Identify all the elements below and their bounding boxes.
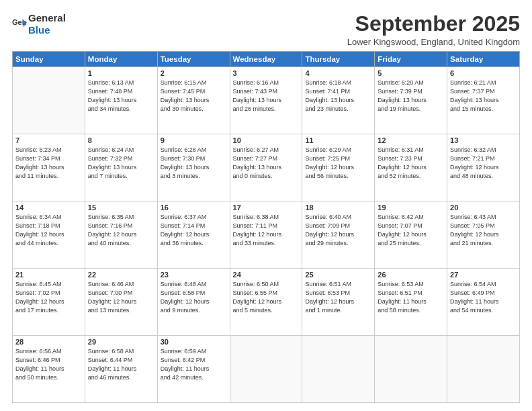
weekday-header: Tuesday: [157, 52, 230, 67]
calendar-cell: 22Sunrise: 6:46 AM Sunset: 7:00 PM Dayli…: [85, 269, 157, 336]
day-number: 4: [305, 69, 371, 77]
calendar-table: SundayMondayTuesdayWednesdayThursdayFrid…: [12, 51, 520, 403]
title-block: September 2025 Lower Kingswood, England,…: [347, 12, 520, 47]
day-info: Sunrise: 6:27 AM Sunset: 7:27 PM Dayligh…: [233, 146, 300, 181]
day-number: 28: [15, 338, 82, 346]
calendar-cell: 6Sunrise: 6:21 AM Sunset: 7:37 PM Daylig…: [447, 67, 520, 134]
calendar-cell: 28Sunrise: 6:56 AM Sunset: 6:46 PM Dayli…: [13, 336, 85, 403]
day-number: 24: [233, 271, 300, 279]
day-info: Sunrise: 6:35 AM Sunset: 7:16 PM Dayligh…: [88, 213, 154, 248]
calendar-cell: 17Sunrise: 6:38 AM Sunset: 7:11 PM Dayli…: [230, 201, 302, 269]
day-number: 12: [378, 136, 444, 144]
weekday-header: Saturday: [447, 52, 520, 67]
day-info: Sunrise: 6:29 AM Sunset: 7:25 PM Dayligh…: [305, 146, 371, 181]
day-info: Sunrise: 6:21 AM Sunset: 7:37 PM Dayligh…: [450, 79, 517, 113]
day-number: 25: [305, 271, 371, 279]
calendar-cell: [230, 336, 302, 403]
weekday-header: Monday: [85, 52, 157, 67]
day-info: Sunrise: 6:26 AM Sunset: 7:30 PM Dayligh…: [161, 146, 227, 181]
calendar-cell: 29Sunrise: 6:58 AM Sunset: 6:44 PM Dayli…: [85, 336, 157, 403]
calendar-week-row: 1Sunrise: 6:13 AM Sunset: 7:48 PM Daylig…: [13, 67, 520, 134]
logo: Gen General Blue: [12, 12, 66, 36]
calendar-cell: [375, 336, 447, 403]
day-number: 19: [378, 203, 444, 212]
day-number: 17: [233, 203, 300, 212]
location-subtitle: Lower Kingswood, England, United Kingdom: [347, 37, 520, 47]
calendar-cell: 14Sunrise: 6:34 AM Sunset: 7:18 PM Dayli…: [13, 201, 85, 269]
day-number: 6: [450, 69, 517, 77]
day-info: Sunrise: 6:24 AM Sunset: 7:32 PM Dayligh…: [88, 146, 154, 181]
day-number: 23: [161, 271, 227, 279]
calendar-cell: 16Sunrise: 6:37 AM Sunset: 7:14 PM Dayli…: [157, 201, 230, 269]
calendar-cell: 18Sunrise: 6:40 AM Sunset: 7:09 PM Dayli…: [302, 201, 375, 269]
day-info: Sunrise: 6:43 AM Sunset: 7:05 PM Dayligh…: [450, 213, 517, 248]
day-number: 11: [305, 136, 371, 144]
calendar-cell: [447, 336, 520, 403]
day-number: 7: [15, 136, 82, 144]
day-number: 30: [161, 338, 227, 346]
calendar-cell: 30Sunrise: 6:59 AM Sunset: 6:42 PM Dayli…: [157, 336, 230, 403]
calendar-cell: 20Sunrise: 6:43 AM Sunset: 7:05 PM Dayli…: [447, 201, 520, 269]
calendar-cell: [302, 336, 375, 403]
day-number: 27: [450, 271, 517, 279]
day-info: Sunrise: 6:42 AM Sunset: 7:07 PM Dayligh…: [378, 213, 444, 248]
day-number: 5: [378, 69, 444, 77]
day-info: Sunrise: 6:59 AM Sunset: 6:42 PM Dayligh…: [161, 347, 227, 382]
day-info: Sunrise: 6:37 AM Sunset: 7:14 PM Dayligh…: [161, 213, 227, 248]
day-number: 2: [161, 69, 227, 77]
calendar-header-row: SundayMondayTuesdayWednesdayThursdayFrid…: [13, 52, 520, 67]
day-info: Sunrise: 6:13 AM Sunset: 7:48 PM Dayligh…: [88, 79, 154, 113]
day-info: Sunrise: 6:53 AM Sunset: 6:51 PM Dayligh…: [378, 280, 444, 315]
day-number: 15: [88, 203, 154, 212]
day-number: 9: [161, 136, 227, 144]
month-title: September 2025: [347, 12, 520, 36]
calendar-week-row: 14Sunrise: 6:34 AM Sunset: 7:18 PM Dayli…: [13, 201, 520, 269]
logo-icon: Gen: [12, 17, 27, 32]
day-info: Sunrise: 6:48 AM Sunset: 6:58 PM Dayligh…: [161, 280, 227, 315]
day-number: 29: [88, 338, 154, 346]
logo-blue: Blue: [28, 24, 50, 36]
calendar-cell: 15Sunrise: 6:35 AM Sunset: 7:16 PM Dayli…: [85, 201, 157, 269]
weekday-header: Wednesday: [230, 52, 302, 67]
day-number: 8: [88, 136, 154, 144]
day-info: Sunrise: 6:45 AM Sunset: 7:02 PM Dayligh…: [15, 280, 82, 315]
day-number: 14: [15, 203, 82, 212]
day-number: 13: [450, 136, 517, 144]
day-info: Sunrise: 6:51 AM Sunset: 6:53 PM Dayligh…: [305, 280, 371, 315]
calendar-cell: 2Sunrise: 6:15 AM Sunset: 7:45 PM Daylig…: [157, 67, 230, 134]
calendar-week-row: 28Sunrise: 6:56 AM Sunset: 6:46 PM Dayli…: [13, 336, 520, 403]
calendar-cell: 4Sunrise: 6:18 AM Sunset: 7:41 PM Daylig…: [302, 67, 375, 134]
calendar-cell: 19Sunrise: 6:42 AM Sunset: 7:07 PM Dayli…: [375, 201, 447, 269]
calendar-cell: 10Sunrise: 6:27 AM Sunset: 7:27 PM Dayli…: [230, 134, 302, 201]
day-info: Sunrise: 6:20 AM Sunset: 7:39 PM Dayligh…: [378, 79, 444, 113]
calendar-cell: 9Sunrise: 6:26 AM Sunset: 7:30 PM Daylig…: [157, 134, 230, 201]
calendar-cell: 26Sunrise: 6:53 AM Sunset: 6:51 PM Dayli…: [375, 269, 447, 336]
day-info: Sunrise: 6:34 AM Sunset: 7:18 PM Dayligh…: [15, 213, 82, 248]
calendar-cell: 1Sunrise: 6:13 AM Sunset: 7:48 PM Daylig…: [85, 67, 157, 134]
weekday-header: Sunday: [13, 52, 85, 67]
calendar-cell: 24Sunrise: 6:50 AM Sunset: 6:55 PM Dayli…: [230, 269, 302, 336]
day-info: Sunrise: 6:15 AM Sunset: 7:45 PM Dayligh…: [161, 79, 227, 113]
calendar-cell: 23Sunrise: 6:48 AM Sunset: 6:58 PM Dayli…: [157, 269, 230, 336]
page: Gen General Blue September 2025 Lower Ki…: [0, 0, 532, 411]
calendar-week-row: 7Sunrise: 6:23 AM Sunset: 7:34 PM Daylig…: [13, 134, 520, 201]
day-number: 3: [233, 69, 300, 77]
day-info: Sunrise: 6:46 AM Sunset: 7:00 PM Dayligh…: [88, 280, 154, 315]
day-info: Sunrise: 6:23 AM Sunset: 7:34 PM Dayligh…: [15, 146, 82, 181]
day-number: 18: [305, 203, 371, 212]
day-number: 22: [88, 271, 154, 279]
day-info: Sunrise: 6:38 AM Sunset: 7:11 PM Dayligh…: [233, 213, 300, 248]
day-number: 16: [161, 203, 227, 212]
calendar-cell: 8Sunrise: 6:24 AM Sunset: 7:32 PM Daylig…: [85, 134, 157, 201]
calendar-cell: 27Sunrise: 6:54 AM Sunset: 6:49 PM Dayli…: [447, 269, 520, 336]
day-info: Sunrise: 6:58 AM Sunset: 6:44 PM Dayligh…: [88, 347, 154, 382]
day-number: 26: [378, 271, 444, 279]
logo-general: General: [28, 12, 66, 24]
calendar-cell: [13, 67, 85, 134]
day-info: Sunrise: 6:54 AM Sunset: 6:49 PM Dayligh…: [450, 280, 517, 315]
day-info: Sunrise: 6:16 AM Sunset: 7:43 PM Dayligh…: [233, 79, 300, 113]
day-info: Sunrise: 6:40 AM Sunset: 7:09 PM Dayligh…: [305, 213, 371, 248]
weekday-header: Thursday: [302, 52, 375, 67]
day-info: Sunrise: 6:31 AM Sunset: 7:23 PM Dayligh…: [378, 146, 444, 181]
day-number: 21: [15, 271, 82, 279]
